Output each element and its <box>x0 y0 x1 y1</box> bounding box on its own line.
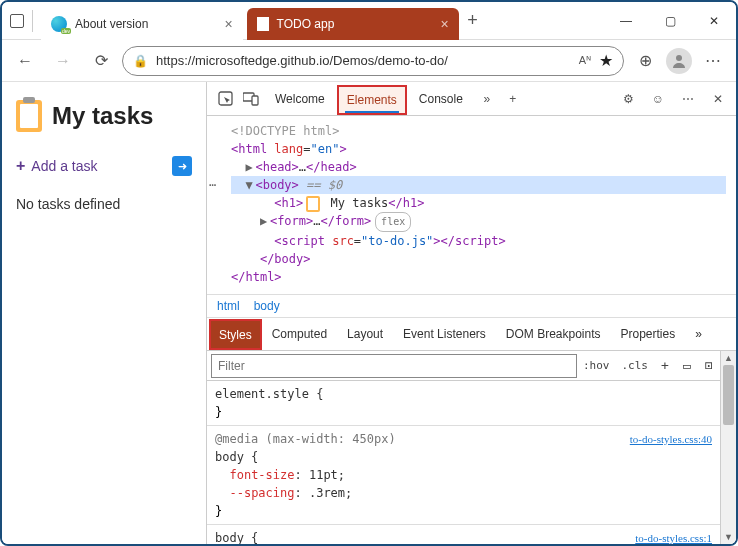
scroll-down-icon[interactable]: ▼ <box>721 530 736 544</box>
address-bar[interactable]: 🔒 https://microsoftedge.github.io/Demos/… <box>122 46 624 76</box>
clipboard-emoji-icon <box>306 196 320 212</box>
profile-avatar[interactable] <box>666 48 692 74</box>
cls-toggle[interactable]: .cls <box>616 359 655 372</box>
feedback-icon[interactable]: ☺ <box>646 87 670 111</box>
collapse-button[interactable]: ➜ <box>172 156 192 176</box>
dom-tree[interactable]: <!DOCTYPE html> <html lang="en"> ▶<head>… <box>207 116 736 294</box>
tab-properties[interactable]: Properties <box>611 318 686 351</box>
favorite-star-icon[interactable]: ★ <box>599 51 613 70</box>
settings-gear-icon[interactable]: ⚙ <box>616 87 640 111</box>
more-style-tabs-icon[interactable]: » <box>685 318 712 351</box>
tab-elements[interactable]: Elements <box>337 85 407 115</box>
forward-button: → <box>46 44 80 78</box>
scrollbar[interactable]: ▲ ▼ <box>720 351 736 544</box>
page-content: My tasks + Add a task ➜ No tasks defined <box>2 82 207 544</box>
selected-body-node[interactable]: ▼<body> == $0 <box>231 176 726 194</box>
collections-button[interactable]: ⊕ <box>628 44 662 78</box>
device-toggle-icon[interactable] <box>239 87 263 111</box>
hov-toggle[interactable]: :hov <box>577 359 616 372</box>
crumb-body[interactable]: body <box>254 299 280 313</box>
inspect-icon[interactable] <box>213 87 237 111</box>
clipboard-icon <box>16 100 42 132</box>
rendering-icon[interactable]: ⊡ <box>698 358 720 373</box>
plus-icon: + <box>16 157 25 175</box>
empty-message: No tasks defined <box>16 196 192 212</box>
tab-layout[interactable]: Layout <box>337 318 393 351</box>
source-link[interactable]: to-do-styles.css:1 <box>635 529 712 544</box>
close-icon[interactable]: × <box>440 16 448 32</box>
close-devtools-icon[interactable]: ✕ <box>706 87 730 111</box>
tab-styles[interactable]: Styles <box>209 319 262 350</box>
more-icon[interactable]: ⋯ <box>676 87 700 111</box>
computed-toggle-icon[interactable]: ▭ <box>676 358 698 373</box>
new-panel-icon[interactable]: + <box>501 87 525 111</box>
breadcrumb: html body <box>207 294 736 318</box>
tab-dom-breakpoints[interactable]: DOM Breakpoints <box>496 318 611 351</box>
refresh-button[interactable]: ⟳ <box>84 44 118 78</box>
add-task-button[interactable]: + Add a task <box>16 157 98 175</box>
close-icon[interactable]: × <box>224 16 232 32</box>
more-menu-button[interactable]: ⋯ <box>696 44 730 78</box>
svg-rect-3 <box>252 96 258 105</box>
new-rule-icon[interactable]: + <box>654 358 676 373</box>
minimize-button[interactable]: — <box>604 2 648 40</box>
maximize-button[interactable]: ▢ <box>648 2 692 40</box>
document-favicon-icon <box>257 17 269 31</box>
url-text: https://microsoftedge.github.io/Demos/de… <box>156 53 571 68</box>
tab-event-listeners[interactable]: Event Listeners <box>393 318 496 351</box>
source-link[interactable]: to-do-styles.css:40 <box>630 430 712 448</box>
new-tab-button[interactable]: + <box>459 10 487 31</box>
page-title: My tasks <box>16 100 192 132</box>
close-window-button[interactable]: ✕ <box>692 2 736 40</box>
tab-console[interactable]: Console <box>409 82 473 116</box>
styles-pane[interactable]: :hov .cls + ▭ ⊡ element.style { } to-do-… <box>207 351 720 544</box>
scroll-thumb[interactable] <box>723 365 734 425</box>
crumb-html[interactable]: html <box>217 299 240 313</box>
more-tabs-icon[interactable]: » <box>475 87 499 111</box>
divider <box>32 10 33 32</box>
reader-mode-icon[interactable]: Aᴺ <box>579 54 591 67</box>
tab-label: About version <box>75 17 148 31</box>
lock-icon: 🔒 <box>133 54 148 68</box>
devtools-panel: Welcome Elements Console » + ⚙ ☺ ⋯ ✕ <!D… <box>207 82 736 544</box>
workspace-icon[interactable] <box>10 14 24 28</box>
tab-todo-app[interactable]: TODO app × <box>247 8 459 40</box>
tab-computed[interactable]: Computed <box>262 318 337 351</box>
scroll-up-icon[interactable]: ▲ <box>721 351 736 365</box>
edge-favicon-icon <box>51 16 67 32</box>
flex-badge[interactable]: flex <box>375 212 411 232</box>
tab-label: TODO app <box>277 17 335 31</box>
tab-welcome[interactable]: Welcome <box>265 82 335 116</box>
tab-about-version[interactable]: About version × <box>41 8 243 40</box>
svg-point-0 <box>676 55 682 61</box>
back-button[interactable]: ← <box>8 44 42 78</box>
styles-filter-input[interactable] <box>211 354 577 378</box>
